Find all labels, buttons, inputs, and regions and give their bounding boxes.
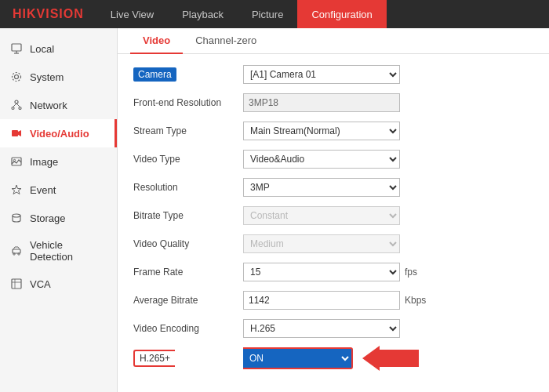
video-type-wrapper: Video&Audio — [243, 150, 400, 169]
video-icon — [9, 126, 24, 140]
top-nav: HIKVISION Live View Playback Picture Con… — [0, 0, 549, 28]
field-row-bitrate-type: Bitrate Type Constant — [133, 205, 533, 227]
arrow-head — [362, 346, 380, 371]
main-layout: Local System Network Video/Audio Image — [0, 28, 549, 392]
video-quality-select[interactable]: Medium — [243, 234, 400, 253]
svg-point-4 — [13, 73, 21, 82]
logo: HIKVISION — [0, 7, 96, 21]
event-icon — [9, 183, 24, 197]
tab-video[interactable]: Video — [130, 28, 183, 54]
field-label-frontend-res: Front-end Resolution — [133, 97, 243, 108]
sidebar-label-vehicle: Vehicle Detection — [30, 239, 107, 263]
field-row-resolution: Resolution 3MP — [133, 176, 533, 198]
svg-point-6 — [12, 107, 14, 110]
camera-label-highlight: Camera — [133, 67, 176, 82]
nav-configuration[interactable]: Configuration — [297, 0, 386, 28]
svg-rect-10 — [12, 130, 18, 136]
sidebar-item-storage[interactable]: Storage — [0, 204, 117, 232]
avg-bitrate-input[interactable] — [243, 291, 400, 310]
video-encoding-wrapper: H.265 — [243, 319, 400, 338]
field-row-frontend-res: Front-end Resolution — [133, 92, 533, 114]
network-icon — [9, 98, 24, 112]
svg-point-17 — [18, 253, 20, 255]
sidebar-item-image[interactable]: Image — [0, 147, 117, 176]
sidebar-item-local[interactable]: Local — [0, 34, 117, 63]
frame-rate-select[interactable]: 15 — [243, 263, 400, 281]
video-quality-wrapper: Medium — [243, 234, 400, 253]
camera-select-wrapper: [A1] Camera 01 — [243, 65, 400, 84]
svg-line-9 — [16, 103, 20, 107]
avg-bitrate-wrapper — [243, 291, 400, 310]
field-label-h265plus: H.265+ — [133, 350, 243, 367]
field-label-video-encoding: Video Encoding — [133, 323, 243, 334]
video-type-select[interactable]: Video&Audio — [243, 150, 400, 169]
video-encoding-select[interactable]: H.265 — [243, 319, 400, 338]
nav-picture[interactable]: Picture — [238, 0, 297, 28]
sidebar: Local System Network Video/Audio Image — [0, 28, 118, 392]
content-area: Video Channel-zero Camera [A1] Camera 01… — [118, 28, 549, 392]
sidebar-label-vca: VCA — [30, 278, 51, 290]
bitrate-type-wrapper: Constant — [243, 206, 400, 225]
frame-rate-unit: fps — [405, 267, 417, 278]
camera-select[interactable]: [A1] Camera 01 — [243, 65, 400, 84]
sidebar-item-vca[interactable]: VCA — [0, 270, 117, 298]
vehicle-icon — [9, 244, 24, 258]
monitor-icon — [9, 42, 24, 56]
bitrate-type-select[interactable]: Constant — [243, 206, 400, 225]
svg-rect-15 — [13, 249, 20, 253]
field-row-frame-rate: Frame Rate 15 fps — [133, 261, 533, 283]
resolution-select[interactable]: 3MP — [243, 178, 400, 197]
svg-point-3 — [15, 75, 19, 79]
red-arrow-indicator — [362, 346, 419, 371]
sidebar-item-video-audio[interactable]: Video/Audio — [0, 119, 117, 147]
system-icon — [9, 70, 24, 84]
svg-point-13 — [13, 159, 15, 161]
video-form: Camera [A1] Camera 01 Front-end Resoluti… — [118, 54, 549, 387]
sidebar-label-video-audio: Video/Audio — [30, 128, 89, 140]
sidebar-label-network: Network — [30, 100, 67, 111]
arrow-body — [380, 350, 419, 367]
sidebar-label-storage: Storage — [30, 212, 66, 224]
tab-channel-zero[interactable]: Channel-zero — [183, 28, 269, 54]
sidebar-item-event[interactable]: Event — [0, 176, 117, 204]
field-row-h265plus: H.265+ ON OFF — [133, 346, 533, 371]
field-label-stream-type: Stream Type — [133, 125, 243, 136]
field-label-bitrate-type: Bitrate Type — [133, 210, 243, 221]
field-label-camera: Camera — [133, 69, 243, 80]
frontend-res-input — [243, 93, 400, 112]
sidebar-label-image: Image — [30, 156, 58, 168]
stream-type-wrapper: Main Stream(Normal) — [243, 122, 400, 140]
logo-text: HIK — [13, 7, 37, 20]
form-buttons: 📋 Copy to... 💾 Save — [118, 387, 549, 392]
field-label-frame-rate: Frame Rate — [133, 267, 243, 278]
nav-live-view[interactable]: Live View — [96, 0, 168, 28]
h265plus-select[interactable]: ON OFF — [243, 349, 351, 368]
frame-rate-wrapper: 15 — [243, 263, 400, 281]
frontend-res-wrapper — [243, 93, 400, 112]
svg-point-7 — [19, 107, 21, 110]
svg-rect-18 — [12, 279, 21, 289]
sidebar-label-system: System — [30, 71, 64, 83]
svg-point-16 — [13, 253, 15, 255]
logo-highlight: VISION — [37, 7, 84, 20]
h265plus-select-wrapper: ON OFF — [243, 347, 353, 369]
avg-bitrate-unit: Kbps — [405, 295, 426, 306]
stream-type-select[interactable]: Main Stream(Normal) — [243, 122, 400, 140]
sidebar-item-system[interactable]: System — [0, 63, 117, 91]
field-label-video-quality: Video Quality — [133, 238, 243, 249]
storage-icon — [9, 211, 24, 225]
nav-playback[interactable]: Playback — [168, 0, 238, 28]
image-icon — [9, 154, 24, 169]
sidebar-label-local: Local — [30, 43, 54, 55]
field-row-video-type: Video Type Video&Audio — [133, 148, 533, 170]
resolution-wrapper: 3MP — [243, 178, 400, 197]
svg-rect-0 — [12, 44, 21, 51]
sidebar-item-vehicle-detection[interactable]: Vehicle Detection — [0, 232, 117, 270]
field-label-resolution: Resolution — [133, 182, 243, 193]
field-label-avg-bitrate: Average Bitrate — [133, 295, 243, 306]
field-row-avg-bitrate: Average Bitrate Kbps — [133, 289, 533, 311]
h265plus-label-text: H.265+ — [133, 350, 175, 367]
field-row-video-quality: Video Quality Medium — [133, 233, 533, 255]
sidebar-item-network[interactable]: Network — [0, 91, 117, 119]
sidebar-label-event: Event — [30, 184, 56, 196]
